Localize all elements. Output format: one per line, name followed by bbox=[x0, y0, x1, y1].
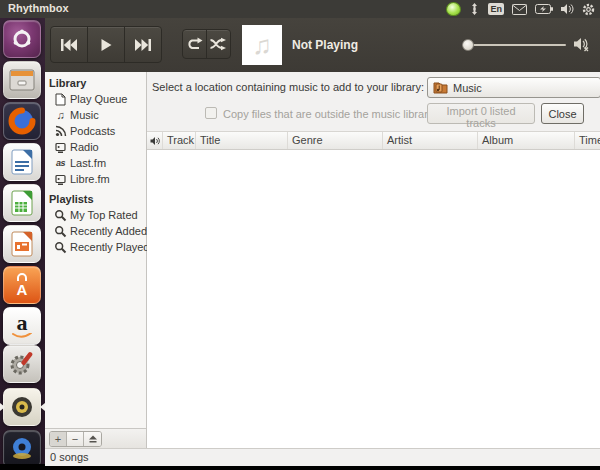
messaging-indicator-icon[interactable] bbox=[446, 2, 461, 16]
source-list-toolbar: + − bbox=[45, 428, 146, 448]
launcher-files[interactable] bbox=[3, 61, 41, 99]
import-tracks-button[interactable]: Import 0 listed tracks bbox=[427, 103, 535, 124]
launcher-disc-player[interactable] bbox=[3, 430, 41, 464]
song-count: 0 songs bbox=[50, 451, 89, 463]
speaker-icon bbox=[150, 136, 160, 146]
playback-mode-controls bbox=[182, 29, 231, 59]
sidebar-item-label: Radio bbox=[70, 139, 99, 155]
top-panel: Rhythmbox En bbox=[0, 0, 600, 18]
session-gear-icon[interactable] bbox=[582, 3, 595, 16]
sidebar-item-play-queue[interactable]: Play Queue bbox=[45, 91, 146, 107]
copy-files-checkbox[interactable] bbox=[205, 107, 217, 119]
gear-wrench-icon bbox=[8, 350, 36, 378]
column-header-title[interactable]: Title bbox=[196, 132, 288, 149]
eject-icon bbox=[88, 434, 98, 443]
sidebar-item-my-top-rated[interactable]: My Top Rated bbox=[45, 207, 146, 223]
amazon-icon: a bbox=[12, 313, 32, 339]
library-header: Library bbox=[45, 75, 146, 91]
indicator-area: En bbox=[446, 0, 595, 18]
sidebar-item-label: Podcasts bbox=[70, 123, 115, 139]
sidebar-item-radio[interactable]: Radio bbox=[45, 139, 146, 155]
battery-icon[interactable] bbox=[535, 4, 553, 14]
import-prompt: Select a location containing music to ad… bbox=[152, 81, 424, 93]
column-header-time[interactable]: Time bbox=[575, 132, 600, 149]
close-button[interactable]: Close bbox=[541, 103, 584, 124]
focused-app-arrow-left bbox=[0, 403, 5, 411]
column-header-genre[interactable]: Genre bbox=[288, 132, 383, 149]
playing-column-header[interactable] bbox=[147, 132, 163, 149]
launcher-libreoffice-writer[interactable] bbox=[3, 143, 41, 181]
music-note-icon: ♫ bbox=[54, 109, 67, 122]
sidebar-item-label: Recently Added bbox=[70, 223, 147, 239]
repeat-button[interactable] bbox=[182, 29, 207, 59]
source-list: Library Play Queue ♫ Music Podcasts bbox=[45, 72, 147, 448]
radio-icon bbox=[54, 141, 67, 154]
sidebar-item-recently-added[interactable]: Recently Added bbox=[45, 223, 146, 239]
previous-button[interactable] bbox=[50, 26, 88, 63]
location-dropdown[interactable]: Music bbox=[427, 77, 600, 98]
status-bar: 0 songs bbox=[45, 448, 600, 466]
track-list[interactable] bbox=[147, 150, 600, 448]
track-table-header: Track Title Genre Artist Album Time bbox=[147, 131, 600, 150]
play-button[interactable] bbox=[87, 26, 125, 63]
writer-document-icon bbox=[10, 149, 34, 175]
album-art-placeholder: ♫ bbox=[242, 25, 282, 65]
lastfm-icon: as bbox=[54, 157, 67, 170]
column-header-artist[interactable]: Artist bbox=[383, 132, 478, 149]
ubuntu-logo-icon bbox=[11, 28, 33, 50]
impress-presentation-icon bbox=[10, 231, 34, 257]
playback-toolbar: ♫ Not Playing bbox=[45, 18, 600, 72]
eject-button[interactable] bbox=[84, 432, 101, 446]
mail-icon[interactable] bbox=[512, 4, 527, 15]
sidebar-item-recently-played[interactable]: Recently Played bbox=[45, 239, 146, 255]
next-button[interactable] bbox=[124, 26, 162, 63]
launcher-amazon[interactable]: a bbox=[3, 307, 41, 345]
volume-knob[interactable] bbox=[462, 39, 474, 51]
sidebar-item-librefm[interactable]: Libre.fm bbox=[45, 171, 146, 187]
music-note-icon: ♫ bbox=[252, 30, 272, 61]
column-header-album[interactable]: Album bbox=[478, 132, 575, 149]
launcher-ubuntu-software-center[interactable]: A bbox=[3, 266, 41, 304]
launcher-libreoffice-calc[interactable] bbox=[3, 184, 41, 222]
keyboard-layout-indicator[interactable]: En bbox=[488, 3, 504, 15]
transport-controls bbox=[50, 26, 162, 63]
rss-icon bbox=[54, 125, 67, 138]
volume-icon[interactable] bbox=[561, 3, 574, 15]
launcher-ubuntu-dash[interactable] bbox=[3, 20, 41, 58]
sidebar-item-label: Last.fm bbox=[70, 155, 106, 171]
sync-arrows-icon[interactable] bbox=[469, 3, 480, 15]
folder-music-icon bbox=[433, 81, 448, 94]
sidebar-item-label: Play Queue bbox=[70, 91, 127, 107]
amazon-letter: a bbox=[17, 313, 28, 333]
calc-spreadsheet-icon bbox=[10, 190, 34, 216]
firefox-icon bbox=[8, 107, 36, 135]
launcher-rhythmbox[interactable] bbox=[3, 388, 41, 426]
sidebar-item-podcasts[interactable]: Podcasts bbox=[45, 123, 146, 139]
volume-slider[interactable] bbox=[462, 39, 566, 51]
file-cabinet-icon bbox=[9, 69, 35, 91]
playback-status: Not Playing bbox=[292, 18, 358, 72]
radio-icon bbox=[54, 173, 67, 186]
search-icon bbox=[54, 241, 67, 254]
shuffle-button[interactable] bbox=[206, 29, 231, 59]
copy-files-label[interactable]: Copy files that are outside the music li… bbox=[223, 108, 433, 120]
search-icon bbox=[54, 225, 67, 238]
disc-icon bbox=[9, 436, 35, 462]
sidebar-item-label: My Top Rated bbox=[70, 207, 138, 223]
add-source-button[interactable]: + bbox=[50, 432, 67, 446]
sidebar-item-label: Recently Played bbox=[70, 239, 150, 255]
volume-track[interactable] bbox=[462, 44, 566, 46]
search-icon bbox=[54, 209, 67, 222]
speaker-icon bbox=[9, 394, 35, 420]
muted-speaker-icon[interactable] bbox=[573, 36, 591, 54]
remove-source-button[interactable]: − bbox=[67, 432, 84, 446]
launcher-system-settings[interactable] bbox=[3, 345, 41, 383]
sidebar-item-label: Music bbox=[70, 107, 99, 123]
sidebar-item-music[interactable]: ♫ Music bbox=[45, 107, 146, 123]
sidebar-item-lastfm[interactable]: as Last.fm bbox=[45, 155, 146, 171]
column-header-track[interactable]: Track bbox=[163, 132, 196, 149]
location-value: Music bbox=[453, 82, 482, 94]
shopping-bag-icon: A bbox=[14, 273, 30, 298]
launcher-firefox[interactable] bbox=[3, 102, 41, 140]
launcher-libreoffice-impress[interactable] bbox=[3, 225, 41, 263]
